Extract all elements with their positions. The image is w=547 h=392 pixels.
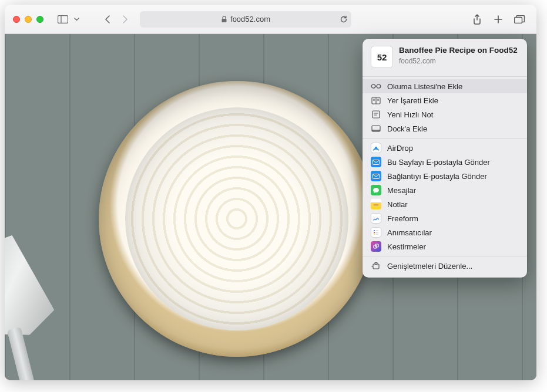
messages-icon [371,185,381,195]
menu-label: Yer İşareti Ekle [387,96,438,105]
safari-window: food52.com 52 Bano [5,5,536,380]
mail-icon [371,157,381,167]
share-menu: 52 Banoffee Pie Recipe on Food52 food52.… [363,39,527,278]
menu-label: Anımsatıcılar [387,228,432,237]
menu-label: Bağlantıyı E-postayla Gönder [387,172,487,181]
close-window-button[interactable] [13,16,20,23]
share-item-reminders[interactable]: Anımsatıcılar [363,225,527,239]
window-controls [13,16,43,23]
menu-label: Yeni Hızlı Not [387,110,433,119]
mail-icon [371,171,381,181]
reload-button[interactable] [340,15,348,23]
bookmark-icon [371,95,381,106]
menu-label: Okuma Listesi'ne Ekle [387,82,462,91]
svg-rect-2 [222,19,227,22]
svg-point-20 [374,230,375,231]
reminders-icon [371,227,381,238]
menu-label: Notlar [387,200,408,209]
svg-point-5 [377,85,380,88]
tab-overview-button[interactable] [511,12,528,27]
freeform-icon [371,213,381,224]
share-title: Banoffee Pie Recipe on Food52 [399,46,518,56]
extensions-icon [371,261,381,271]
share-thumbnail: 52 [371,46,393,68]
new-tab-button[interactable] [489,12,507,27]
share-header: 52 Banoffee Pie Recipe on Food52 food52.… [363,45,527,74]
maximize-window-button[interactable] [36,16,43,23]
shortcuts-icon [371,241,381,252]
svg-rect-3 [515,17,522,23]
airdrop-icon [371,143,381,153]
menu-label: Kestirmeler [387,242,426,251]
svg-rect-29 [375,263,377,265]
menu-label: Mesajlar [387,186,416,195]
share-item-add-to-dock[interactable]: Dock'a Ekle [363,121,527,136]
quick-note-icon [371,109,381,120]
share-item-freeform[interactable]: Freeform [363,211,527,225]
share-icon [472,14,482,25]
notes-icon [371,199,381,209]
share-item-messages[interactable]: Mesajlar [363,183,527,197]
share-item-notes[interactable]: Notlar [363,197,527,211]
minimize-window-button[interactable] [25,16,32,23]
sidebar-toggle-button[interactable] [54,12,72,27]
svg-point-21 [374,232,375,233]
chevron-left-icon [105,15,110,23]
sidebar-icon [58,15,68,23]
share-item-bookmark[interactable]: Yer İşareti Ekle [363,93,527,107]
share-item-reading-list[interactable]: Okuma Listesi'ne Ekle [363,79,527,93]
dock-icon [371,123,381,134]
share-item-email-page[interactable]: Bu Sayfayı E-postayla Gönder [363,155,527,169]
chevron-down-icon [74,18,79,21]
svg-rect-0 [58,15,68,23]
share-item-edit-extensions[interactable]: Genişletmeleri Düzenle... [363,259,527,273]
share-item-email-link[interactable]: Bağlantıyı E-postayla Gönder [363,169,527,183]
menu-label: AirDrop [387,144,413,153]
share-item-quick-note[interactable]: Yeni Hızlı Not [363,107,527,121]
reload-icon [340,15,348,23]
svg-rect-14 [372,130,380,131]
tab-group-dropdown[interactable] [72,12,81,27]
share-subtitle: food52.com [399,57,518,65]
share-item-shortcuts[interactable]: Kestirmeler [363,239,527,254]
svg-point-4 [371,85,375,88]
back-button[interactable] [99,12,116,27]
toolbar: food52.com [5,5,536,34]
share-item-airdrop[interactable]: AirDrop [363,141,527,155]
menu-label: Genişletmeleri Düzenle... [387,262,472,271]
chevron-right-icon [122,15,128,23]
plus-icon [494,15,503,24]
svg-rect-12 [373,111,380,118]
forward-button[interactable] [116,12,134,27]
menu-label: Freeform [387,214,418,223]
address-text: food52.com [230,15,270,23]
glasses-icon [371,81,381,92]
address-bar[interactable]: food52.com [140,11,351,28]
menu-label: Dock'a Ekle [387,124,427,133]
share-button[interactable] [468,12,486,27]
svg-rect-28 [373,264,379,269]
svg-point-22 [374,234,375,235]
tabs-icon [514,15,525,23]
menu-label: Bu Sayfayı E-postayla Gönder [387,158,490,167]
lock-icon [221,16,227,23]
